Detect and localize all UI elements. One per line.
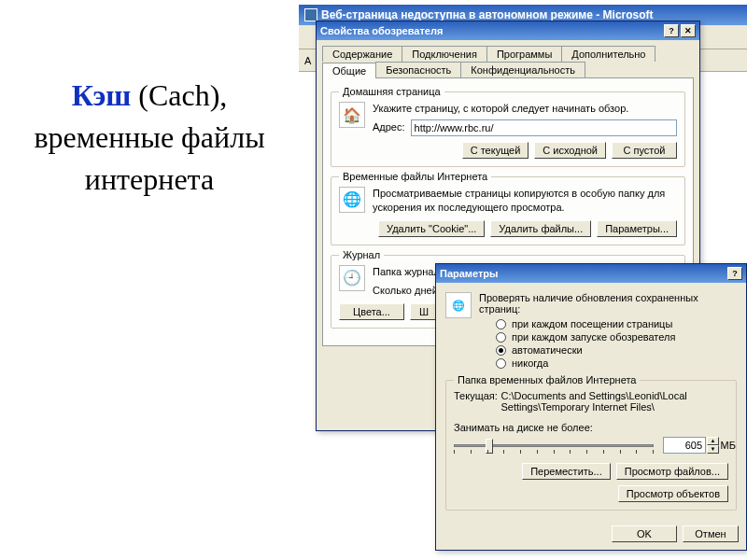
group-homepage: Домашняя страница 🏠 Укажите страницу, с … [331,91,685,167]
radio-every-start[interactable]: при каждом запуске обозревателя [496,331,737,343]
home-desc: Укажите страницу, с которой следует начи… [373,102,677,116]
temp-desc: Просматриваемые страницы копируются в ос… [373,187,677,215]
settings-dialog: Параметры ? 🌐 Проверять наличие обновлен… [435,263,747,551]
radio-never-input[interactable] [496,358,506,369]
home-use-blank-button[interactable]: С пустой [612,142,677,159]
slider-ticks [454,450,654,454]
current-folder-path: C:\Documents and Settings\Leonid\Local S… [500,390,728,413]
cancel-button[interactable]: Отмен [683,525,739,542]
group-homepage-legend: Домашняя страница [339,86,444,97]
ie-title: Веб-страница недоступна в автономном реж… [321,8,654,21]
home-addr-label: Адрес: [373,120,405,134]
home-use-current-button[interactable]: С текущей [462,142,529,159]
delete-files-button[interactable]: Удалить файлы... [490,220,591,237]
radio-every-start-input[interactable] [496,332,506,343]
tab-general[interactable]: Общие [322,63,376,78]
current-folder-label: Текущая: [454,390,500,413]
radio-auto-input[interactable] [496,345,506,356]
view-objects-button[interactable]: Просмотр объектов [618,485,728,502]
view-files-button[interactable]: Просмотр файлов... [616,463,728,480]
help-button[interactable]: ? [664,24,679,37]
slide-keyword: Кэш [72,78,132,112]
close-button[interactable]: ✕ [681,24,696,37]
home-addr-input[interactable]: http://www.rbc.ru/ [411,119,677,136]
home-icon: 🏠 [339,102,365,128]
fonts-button[interactable]: Ш [410,303,438,320]
io-title: Свойства обозревателя [320,25,443,36]
radio-every-visit-input[interactable] [496,319,506,329]
disk-usage-value[interactable]: 605 [663,437,706,454]
settings-help-button[interactable]: ? [727,267,742,280]
temp-settings-button[interactable]: Параметры... [597,220,677,237]
move-folder-button[interactable]: Переместить... [522,463,611,480]
ie-addr-label: А [304,55,311,66]
slide-text: Кэш (Cach), временные файлы интернета [0,75,299,200]
group-temp-folder-legend: Папка временных файлов Интернета [454,374,640,385]
tab-advanced[interactable]: Дополнительно [561,46,655,62]
group-history-legend: Журнал [339,249,384,260]
disk-usage-spinner[interactable]: ▲▼ [707,437,719,454]
group-temp-folder: Папка временных файлов Интернета Текущая… [445,380,737,511]
settings-dialog-buttons: OK Отмен [436,520,746,548]
radio-auto[interactable]: автоматически [496,344,737,356]
io-tabstrip-row1: Содержание Подключения Программы Дополни… [317,40,699,62]
radio-never[interactable]: никогда [496,357,737,369]
radio-every-visit[interactable]: при каждом посещении страницы [496,318,737,329]
tab-programs[interactable]: Программы [486,46,562,62]
group-tempfiles-legend: Временные файлы Интернета [339,171,491,182]
colors-button[interactable]: Цвета... [339,303,404,320]
disk-usage-unit: МБ [721,440,736,451]
tab-content[interactable]: Содержание [322,46,402,62]
ie-icon [304,8,317,21]
settings-titlebar[interactable]: Параметры ? [436,264,746,283]
slide-rest: (Cach), временные файлы интернета [34,78,264,196]
tab-privacy[interactable]: Конфиденциальность [460,62,585,77]
ie-cache-icon: 🌐 [339,187,365,213]
io-titlebar[interactable]: Свойства обозревателя ? ✕ [317,21,699,40]
tab-connections[interactable]: Подключения [402,46,487,62]
ok-button[interactable]: OK [612,525,677,542]
io-tabstrip-row2: Общие Безопасность Конфиденциальность [317,62,699,77]
history-icon: 🕘 [339,265,365,291]
home-use-default-button[interactable]: С исходной [534,142,606,159]
disk-usage-slider[interactable]: 605 ▲▼ МБ [454,437,728,454]
tab-security[interactable]: Безопасность [375,62,461,77]
check-newer-label: Проверять наличие обновления сохраненных… [479,292,737,315]
group-tempfiles: Временные файлы Интернета 🌐 Просматривае… [331,176,685,245]
delete-cookies-button[interactable]: Удалить "Cookie"... [378,220,485,237]
settings-title: Параметры [440,268,498,279]
settings-ie-icon: 🌐 [445,292,472,318]
disk-usage-label: Занимать на диске не более: [454,422,728,433]
slider-track-line [454,444,654,447]
